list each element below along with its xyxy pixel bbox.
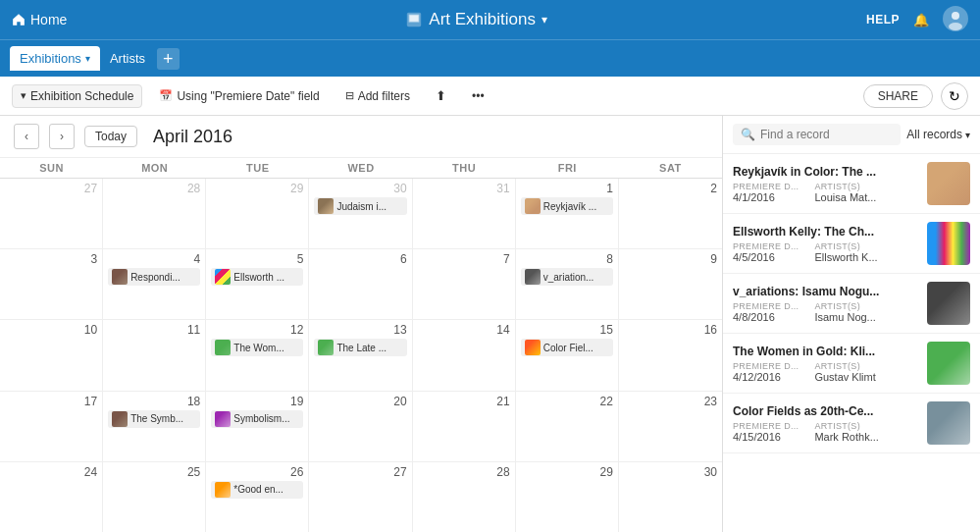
day-2-0[interactable]: 10 bbox=[0, 320, 103, 390]
all-records-label: All records bbox=[906, 128, 962, 141]
day-3-2[interactable]: 19Symbolism... bbox=[206, 392, 309, 461]
day-number: 16 bbox=[624, 323, 717, 337]
day-number: 27 bbox=[5, 182, 97, 195]
event-label: Ellsworth ... bbox=[233, 272, 284, 283]
record-title: The Women in Gold: Kli... bbox=[733, 345, 919, 358]
calendar-event[interactable]: The Symb... bbox=[108, 410, 200, 428]
day-3-5[interactable]: 22 bbox=[516, 392, 619, 461]
day-2-4[interactable]: 14 bbox=[413, 320, 516, 390]
day-number: 7 bbox=[418, 252, 510, 266]
calendar-event[interactable]: *Good en... bbox=[211, 481, 303, 499]
record-title: Color Fields as 20th-Ce... bbox=[733, 404, 919, 418]
tab-bar: Exhibitions ▾ Artists + bbox=[0, 39, 980, 77]
prev-month-button[interactable]: ‹ bbox=[14, 124, 39, 149]
day-0-4[interactable]: 31 bbox=[413, 179, 516, 248]
day-3-0[interactable]: 17 bbox=[0, 392, 103, 461]
day-4-1[interactable]: 25 bbox=[103, 462, 206, 532]
record-item[interactable]: Reykjavík in Color: The ...PREMIERE D...… bbox=[723, 154, 980, 214]
view-selector[interactable]: ▾ Exhibition Schedule bbox=[12, 84, 142, 108]
tab-artists[interactable]: Artists bbox=[100, 46, 155, 71]
day-3-1[interactable]: 18The Symb... bbox=[103, 392, 206, 461]
all-records-button[interactable]: All records ▾ bbox=[906, 128, 970, 141]
artist-label: ARTIST(S) bbox=[814, 421, 878, 431]
record-thumbnail bbox=[927, 342, 970, 385]
day-0-1[interactable]: 28 bbox=[103, 179, 206, 248]
day-2-6[interactable]: 16 bbox=[619, 320, 722, 390]
home-link[interactable]: Home bbox=[12, 12, 67, 27]
day-1-5[interactable]: 8v_ariation... bbox=[516, 249, 619, 319]
day-4-3[interactable]: 27 bbox=[309, 462, 412, 532]
event-thumbnail bbox=[112, 269, 128, 285]
calendar-event[interactable]: Color Fiel... bbox=[521, 339, 613, 356]
search-bar: 🔍 All records ▾ bbox=[723, 116, 980, 154]
day-0-5[interactable]: 1Reykjavík ... bbox=[516, 179, 619, 248]
day-3-4[interactable]: 21 bbox=[413, 392, 516, 461]
event-label: The Wom... bbox=[233, 343, 284, 353]
calendar-event[interactable]: v_ariation... bbox=[521, 268, 613, 286]
day-1-6[interactable]: 9 bbox=[619, 249, 722, 319]
next-month-button[interactable]: › bbox=[49, 124, 75, 149]
record-meta: PREMIERE D...4/12/2016ARTIST(S)Gustav Kl… bbox=[733, 361, 919, 383]
tab-exhibitions-chevron: ▾ bbox=[85, 53, 90, 64]
user-avatar[interactable] bbox=[943, 6, 968, 34]
day-0-6[interactable]: 2 bbox=[619, 179, 722, 248]
date-field-selector[interactable]: 📅 Using "Premiere Date" field bbox=[150, 84, 328, 108]
view-selector-icon: ▾ bbox=[21, 89, 26, 102]
day-number: 24 bbox=[5, 465, 97, 479]
day-4-6[interactable]: 30 bbox=[619, 462, 722, 532]
calendar-event[interactable]: Ellsworth ... bbox=[211, 268, 303, 286]
day-1-0[interactable]: 3 bbox=[0, 249, 103, 319]
share-button[interactable]: SHARE bbox=[863, 84, 933, 108]
day-1-2[interactable]: 5Ellsworth ... bbox=[206, 249, 309, 319]
calendar-event[interactable]: Symbolism... bbox=[211, 410, 303, 428]
day-2-2[interactable]: 12The Wom... bbox=[206, 320, 309, 390]
day-4-5[interactable]: 29 bbox=[516, 462, 619, 532]
record-item[interactable]: Ellsworth Kelly: The Ch...PREMIERE D...4… bbox=[723, 214, 980, 274]
artist-value: Gustav Klimt bbox=[814, 371, 875, 383]
day-number: 9 bbox=[624, 252, 717, 266]
calendar-event[interactable]: Respondi... bbox=[108, 268, 200, 286]
more-options-button[interactable]: ••• bbox=[463, 84, 493, 108]
refresh-button[interactable]: ↻ bbox=[941, 82, 968, 110]
search-input[interactable] bbox=[760, 128, 893, 141]
day-0-3[interactable]: 30Judaism i... bbox=[309, 179, 412, 248]
day-0-0[interactable]: 27 bbox=[0, 179, 103, 248]
event-thumbnail bbox=[525, 269, 541, 285]
today-button[interactable]: Today bbox=[84, 126, 137, 147]
date-field-label: Using "Premiere Date" field bbox=[177, 89, 319, 103]
day-0-2[interactable]: 29 bbox=[206, 179, 309, 248]
day-1-3[interactable]: 6 bbox=[309, 249, 412, 319]
day-2-3[interactable]: 13The Late ... bbox=[309, 320, 412, 390]
day-4-4[interactable]: 28 bbox=[413, 462, 516, 532]
day-4-2[interactable]: 26*Good en... bbox=[206, 462, 309, 532]
event-thumbnail bbox=[215, 269, 231, 285]
app-title-text: Art Exhibitions bbox=[429, 10, 536, 29]
day-2-1[interactable]: 11 bbox=[103, 320, 206, 390]
day-3-3[interactable]: 20 bbox=[309, 392, 412, 461]
day-number: 28 bbox=[108, 182, 200, 195]
premiere-date-value: 4/1/2016 bbox=[733, 191, 799, 203]
calendar-event[interactable]: Reykjavík ... bbox=[521, 197, 613, 215]
bell-icon[interactable]: 🔔 bbox=[913, 13, 929, 27]
tab-exhibitions[interactable]: Exhibitions ▾ bbox=[10, 46, 100, 71]
app-title-chevron[interactable]: ▾ bbox=[542, 13, 547, 27]
calendar-event[interactable]: Judaism i... bbox=[314, 197, 406, 215]
day-number: 12 bbox=[211, 323, 303, 337]
day-3-6[interactable]: 23 bbox=[619, 392, 722, 461]
day-4-0[interactable]: 24 bbox=[0, 462, 103, 532]
record-item[interactable]: v_ariations: Isamu Nogu...PREMIERE D...4… bbox=[723, 274, 980, 334]
day-2-5[interactable]: 15Color Fiel... bbox=[516, 320, 619, 390]
day-number: 6 bbox=[314, 252, 406, 266]
export-button[interactable]: ⬆ bbox=[427, 83, 455, 108]
premiere-date-value: 4/15/2016 bbox=[733, 431, 799, 443]
day-number: 31 bbox=[418, 182, 510, 195]
tab-add-button[interactable]: + bbox=[157, 48, 180, 70]
record-item[interactable]: The Women in Gold: Kli...PREMIERE D...4/… bbox=[723, 334, 980, 394]
day-number: 18 bbox=[108, 395, 200, 408]
day-1-4[interactable]: 7 bbox=[413, 249, 516, 319]
record-item[interactable]: Color Fields as 20th-Ce...PREMIERE D...4… bbox=[723, 394, 980, 453]
calendar-event[interactable]: The Late ... bbox=[314, 339, 406, 356]
calendar-event[interactable]: The Wom... bbox=[211, 339, 303, 356]
add-filters-button[interactable]: ⊟ Add filters bbox=[336, 84, 419, 108]
day-1-1[interactable]: 4Respondi... bbox=[103, 249, 206, 319]
